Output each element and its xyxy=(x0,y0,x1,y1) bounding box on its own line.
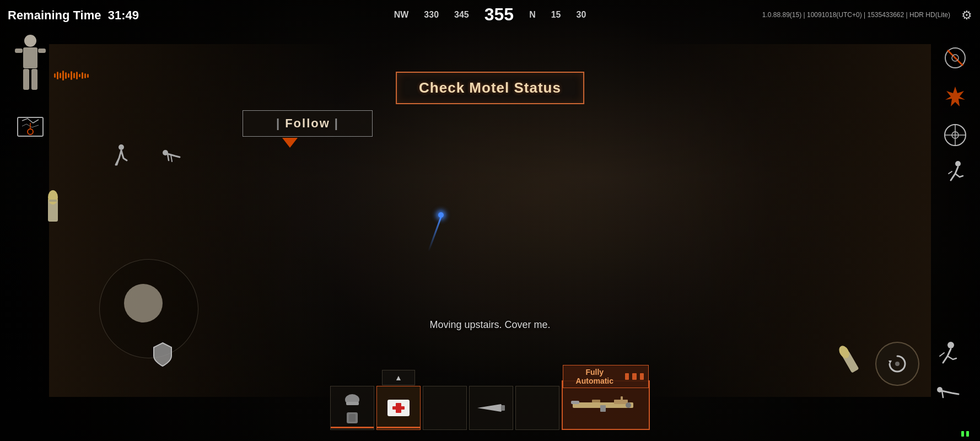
compass-heading: 355 xyxy=(484,4,514,25)
svg-point-0 xyxy=(24,35,36,47)
svg-rect-5 xyxy=(31,69,37,90)
inventory-arrow-up[interactable]: ▲ xyxy=(382,370,415,385)
svg-rect-24 xyxy=(592,400,600,402)
hud-overlay: Remaining Time 31:49 NW 330 345 355 N 15… xyxy=(0,0,980,441)
fire-area xyxy=(875,342,919,386)
crouch-right-svg xyxy=(935,341,962,367)
svg-rect-15 xyxy=(346,402,359,405)
compass-n: N xyxy=(529,10,536,20)
svg-rect-17 xyxy=(349,414,356,422)
compass-345: 345 xyxy=(454,10,469,20)
right-bottom-controls xyxy=(933,338,963,408)
prone-svg xyxy=(160,144,182,170)
server-info: 1.0.88.89(15) | 10091018(UTC+0) | 153543… xyxy=(762,10,950,20)
inventory-slot-weapon[interactable]: Fully Automatic xyxy=(562,380,650,430)
svg-rect-28 xyxy=(621,396,623,403)
reload-svg xyxy=(886,353,908,375)
remaining-time-label: Remaining Time xyxy=(8,8,101,22)
compass-nw: NW xyxy=(394,10,409,20)
crouch-right-icon[interactable] xyxy=(933,338,963,369)
compass-15: 15 xyxy=(551,10,561,20)
status-pip-1 xyxy=(961,431,964,437)
inventory-slot-medkit[interactable]: ▲ xyxy=(376,386,421,430)
crouch-icon[interactable] xyxy=(110,143,132,171)
follow-button[interactable]: | Follow | xyxy=(243,110,373,137)
map-icon[interactable] xyxy=(14,113,47,141)
follow-btn-dash-left: | xyxy=(276,116,281,131)
action-icons xyxy=(110,143,182,171)
svg-point-10 xyxy=(48,190,58,205)
scope-icon[interactable] xyxy=(941,121,969,149)
no-shoot-svg xyxy=(943,46,967,70)
compass: NW 330 345 355 N 15 30 xyxy=(394,4,586,25)
svg-rect-21 xyxy=(501,405,505,411)
ammo-icon xyxy=(39,187,66,226)
medkit-slot-inner xyxy=(385,394,412,422)
ammo-right-icon xyxy=(831,337,868,383)
knife-svg xyxy=(475,400,508,416)
helmet-slot-inner xyxy=(343,391,362,425)
scope-svg xyxy=(942,122,968,148)
left-panel xyxy=(11,33,50,141)
svg-point-27 xyxy=(626,402,631,408)
svg-rect-1 xyxy=(23,47,37,68)
svg-rect-25 xyxy=(600,405,606,412)
prone-right-icon[interactable] xyxy=(933,378,963,408)
armor-icon[interactable] xyxy=(149,339,176,369)
follow-arrow xyxy=(282,138,298,148)
run-icon[interactable] xyxy=(941,160,969,187)
weapon-label-text: Fully Automatic xyxy=(568,368,622,385)
armor-svg xyxy=(150,341,175,368)
crouch-svg xyxy=(111,144,131,170)
svg-rect-20 xyxy=(392,406,405,410)
medkit-svg xyxy=(385,394,412,422)
svg-rect-2 xyxy=(15,49,23,53)
vest-svg xyxy=(344,411,360,425)
status-pip-2 xyxy=(966,431,969,437)
compass-330: 330 xyxy=(424,10,439,20)
run-svg xyxy=(944,160,966,187)
svg-marker-32 xyxy=(945,87,965,106)
joystick-inner xyxy=(124,284,163,322)
remaining-time-value: 31:49 xyxy=(108,8,139,22)
ammo-right-svg xyxy=(831,337,865,378)
svg-point-7 xyxy=(28,129,33,135)
reload-button[interactable] xyxy=(875,342,919,386)
no-shoot-icon[interactable] xyxy=(941,44,969,72)
svg-point-37 xyxy=(955,161,961,166)
top-bar: Remaining Time 31:49 NW 330 345 355 N 15… xyxy=(0,0,980,30)
subtitle: Moving upstairs. Cover me. xyxy=(429,319,550,331)
ammo-pip-2 xyxy=(632,373,636,380)
check-motel-button[interactable]: Check Motel Status xyxy=(396,72,584,104)
svg-line-30 xyxy=(947,50,963,66)
remaining-time: Remaining Time 31:49 xyxy=(8,8,139,23)
svg-rect-3 xyxy=(38,49,46,53)
compass-30: 30 xyxy=(577,10,586,20)
character-svg xyxy=(11,33,50,99)
svg-point-38 xyxy=(947,342,954,348)
map-svg xyxy=(17,115,44,138)
svg-point-41 xyxy=(895,362,900,366)
status-bar xyxy=(961,431,969,437)
settings-icon[interactable]: ⚙ xyxy=(961,8,972,23)
svg-rect-26 xyxy=(571,401,579,404)
follow-btn-dash-right: | xyxy=(335,116,339,131)
ammo-svg xyxy=(40,187,65,226)
inventory-slot-empty1[interactable] xyxy=(423,386,467,430)
prone-icon[interactable] xyxy=(160,143,182,171)
character-silhouette xyxy=(11,33,50,105)
svg-rect-11 xyxy=(49,200,57,202)
ammo-pip-3 xyxy=(640,373,644,380)
explosion-svg xyxy=(943,84,967,109)
inventory-slot-helmet[interactable] xyxy=(330,386,374,430)
svg-rect-4 xyxy=(23,69,29,90)
prone-right-svg xyxy=(934,382,963,404)
sound-waves xyxy=(54,71,89,80)
ammo-pip-1 xyxy=(625,373,629,380)
inventory-slot-empty2[interactable] xyxy=(515,386,559,430)
svg-point-12 xyxy=(119,144,124,150)
inventory-slot-knife[interactable] xyxy=(469,386,513,430)
follow-label: Follow xyxy=(285,116,330,131)
weapon-svg xyxy=(570,393,642,418)
explosion-icon[interactable] xyxy=(941,83,969,110)
